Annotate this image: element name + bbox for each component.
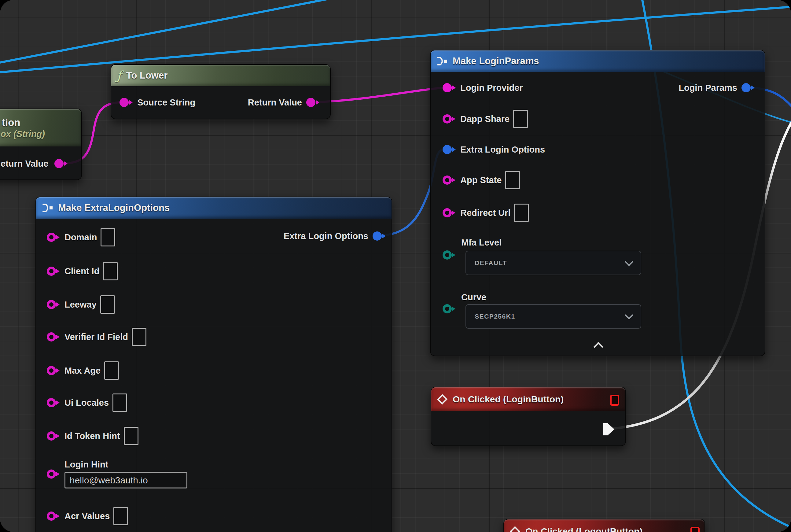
pin-label: Login Provider [460,83,523,93]
node-on-clicked-login-header[interactable]: On Clicked (LoginButton) [431,387,625,411]
input-pin-max-age[interactable] [46,364,61,377]
node-title: To Lower [126,70,168,81]
curve-dropdown[interactable]: SECP256K1 [465,304,641,329]
input-pin-leeway[interactable] [46,299,61,311]
app-state-value-field[interactable] [505,171,520,189]
node-to-lower[interactable]: ƒ To Lower Source String Return Value [111,64,331,119]
pin-label: Redirect Url [460,208,510,218]
input-pin-verifier-id-field[interactable] [46,331,61,343]
delegate-icon [610,395,619,406]
pin-label-return-value: eturn Value [1,159,48,169]
node-to-lower-header[interactable]: ƒ To Lower [111,65,330,86]
pin-label: Acr Values [64,511,110,521]
wire-blue-top-left[interactable] [0,0,339,63]
input-pin-mfa-level[interactable] [442,249,457,261]
node-partial-function[interactable]: tion ox (String) eturn Value [0,109,82,180]
node-make-extra-login-options-header[interactable]: Make ExtraLoginOptions [36,197,391,218]
collapse-node-button[interactable] [593,342,603,352]
pin-label: Login Hint [64,459,187,470]
input-pin-id-token-hint[interactable] [46,430,61,442]
login-hint-input[interactable]: hello@web3auth.io [64,472,187,489]
client-id-value-field[interactable] [103,262,118,280]
pin-label: Client Id [64,266,99,277]
input-pin-app-state[interactable] [442,174,457,186]
node-partial-function-header[interactable]: tion ox (String) [0,109,81,147]
output-pin-extra-login-options[interactable] [372,230,387,242]
wire-string-provider[interactable] [311,88,448,102]
input-pin-source-string[interactable] [119,96,134,109]
mfa-level-label: Mfa Level [461,238,502,248]
node-title: tion [2,117,20,128]
node-on-clicked-logout-button[interactable]: On Clicked (LogoutButton) [503,519,705,532]
curve-value: SECP256K1 [475,313,515,320]
node-title: On Clicked (LoginButton) [453,394,564,404]
node-title: Make ExtraLoginOptions [58,203,170,213]
pin-label-source-string: Source String [137,97,195,108]
event-icon [437,394,448,405]
node-title: On Clicked (LogoutButton) [525,526,642,532]
verifier-id-value-field[interactable] [132,328,147,346]
function-icon: ƒ [117,70,121,82]
event-icon [509,526,521,532]
pin-label: Verifier Id Field [64,332,128,342]
node-make-login-params-header[interactable]: Make LoginParams [431,51,765,72]
node-make-extra-login-options[interactable]: Make ExtraLoginOptions Extra Login Optio… [36,196,392,532]
domain-value-field[interactable] [100,228,115,246]
dapp-share-value-field[interactable] [513,110,528,128]
max-age-value-field[interactable] [104,361,119,380]
pin-label-extra-login-options-out: Extra Login Options [284,231,368,241]
curve-label: Curve [461,292,486,302]
mfa-level-value: DEFAULT [475,259,507,267]
input-pin-curve[interactable] [442,303,457,315]
acr-values-value-field[interactable] [113,507,128,525]
input-pin-client-id[interactable] [46,265,61,277]
input-pin-redirect-url[interactable] [442,207,457,219]
id-token-hint-value-field[interactable] [124,427,138,445]
blueprint-canvas[interactable]: tion ox (String) eturn Value ƒ To Lower … [0,0,791,532]
leeway-value-field[interactable] [100,296,115,314]
make-struct-icon [436,56,448,66]
input-pin-extra-login-options[interactable] [442,144,457,156]
node-title: Make LoginParams [453,56,539,66]
ui-locales-value-field[interactable] [113,394,127,412]
input-pin-acr-values[interactable] [46,510,61,522]
pin-label: Id Token Hint [64,431,120,441]
pin-label: Domain [64,232,97,243]
pin-label-return-value: Return Value [248,97,302,108]
chevron-down-icon [625,258,633,266]
pin-label: Leeway [64,300,97,310]
output-pin-string[interactable] [54,157,69,170]
mfa-level-dropdown[interactable]: DEFAULT [465,251,641,275]
node-on-clicked-logout-header[interactable]: On Clicked (LogoutButton) [504,519,705,532]
pin-label: Max Age [64,366,100,376]
make-struct-icon [42,203,53,213]
node-subtitle: ox (String) [1,129,45,139]
input-pin-login-hint[interactable] [46,468,61,480]
node-on-clicked-login-button[interactable]: On Clicked (LoginButton) [431,387,626,446]
input-pin-login-provider[interactable] [442,82,457,94]
node-make-login-params[interactable]: Make LoginParams Login Params Login Prov… [430,50,765,356]
input-pin-dapp-share[interactable] [442,113,457,125]
input-pin-domain[interactable] [46,231,61,243]
exec-output-pin[interactable] [603,422,615,436]
pin-label: Ui Locales [64,398,109,408]
input-pin-ui-locales[interactable] [46,397,61,409]
pin-label-login-params-out: Login Params [678,83,737,93]
delegate-icon [691,527,700,532]
chevron-down-icon [625,311,633,320]
pin-label: Extra Login Options [460,145,545,155]
redirect-url-value-field[interactable] [514,204,529,222]
pin-label: App State [460,175,502,185]
pin-label: Dapp Share [460,114,509,124]
output-pin-return-value[interactable] [306,96,320,109]
output-pin-login-params[interactable] [741,82,755,94]
